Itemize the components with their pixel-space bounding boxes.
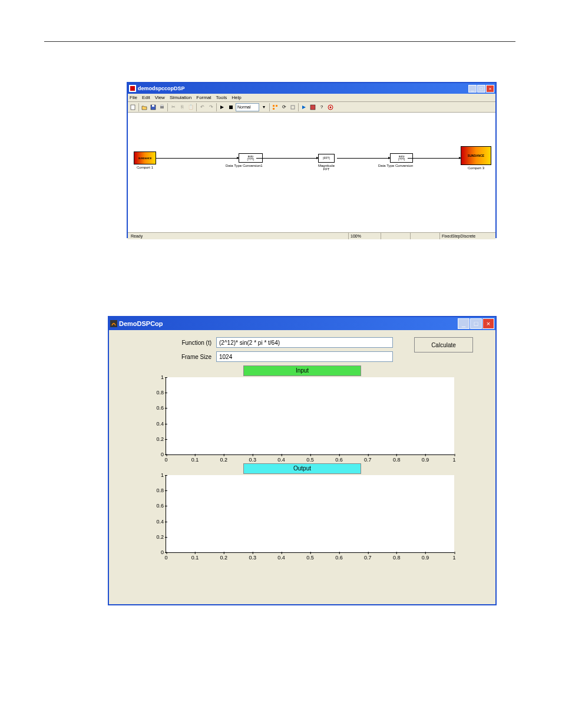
calculate-button[interactable]: Calculate [414, 337, 473, 353]
block-label: FFT [318, 167, 335, 171]
titlebar[interactable]: DemoDSPCop _ □ × [109, 317, 495, 330]
xtick: 0.2 [220, 555, 228, 561]
build-icon[interactable] [289, 103, 297, 111]
new-button[interactable] [129, 103, 137, 111]
svg-rect-11 [291, 106, 295, 109]
open-button[interactable] [140, 103, 148, 111]
print-button[interactable] [158, 103, 166, 111]
minimize-button[interactable]: _ [468, 85, 477, 93]
menu-file[interactable]: File [130, 95, 137, 100]
svg-rect-2 [131, 105, 135, 110]
svg-rect-4 [152, 105, 154, 107]
simulink-window: demodspccopDSP _ □ × File Edit View Simu… [127, 82, 497, 238]
toolbar-separator [167, 103, 168, 111]
xtick: 0.9 [422, 457, 429, 463]
menu-help[interactable]: Help [232, 95, 241, 100]
xtick: 0.1 [191, 457, 199, 463]
dtc1-block[interactable]: auto (???) Data Type Conversion1 [239, 153, 263, 167]
save-button[interactable] [149, 103, 157, 111]
stop-button[interactable] [227, 103, 235, 111]
toolbar-separator [196, 103, 197, 111]
minimize-button[interactable]: _ [458, 318, 470, 329]
block-label: Data Type Conversion1 [226, 164, 263, 167]
ytick: 0 [151, 452, 164, 457]
dtc2-block[interactable]: auto (???) Data Type Conversion [390, 153, 413, 167]
signal-line[interactable] [337, 158, 390, 159]
maximize-button[interactable]: □ [470, 318, 482, 329]
simulation-mode-dropdown[interactable]: Normal [236, 103, 259, 111]
help-icon[interactable]: ? [318, 103, 326, 111]
maximize-button[interactable]: □ [477, 85, 485, 93]
cut-button[interactable]: ✂ [169, 103, 177, 111]
menu-view[interactable]: View [155, 95, 165, 100]
horizontal-rule [44, 41, 515, 42]
app-icon [129, 85, 136, 92]
ytick: 0.6 [151, 503, 164, 509]
output-legend: Output [243, 463, 361, 474]
input-legend: Input [243, 365, 361, 376]
window-content: Function (t) Frame Size Calculate Input … [109, 330, 495, 566]
ytick: 0.2 [151, 436, 164, 442]
run-button[interactable] [218, 103, 226, 111]
close-button[interactable]: × [486, 85, 494, 93]
undo-button[interactable]: ↶ [198, 103, 206, 111]
target-icon[interactable] [326, 103, 335, 111]
titlebar[interactable]: demodspccopDSP _ □ × [128, 83, 495, 94]
comport1-block[interactable]: SUNDANCE Comport 1 [134, 151, 156, 169]
statusbar: Ready 100% FixedStepDiscrete [128, 232, 495, 239]
svg-rect-12 [310, 105, 315, 110]
demodspccop-window: DemoDSPCop _ □ × Function (t) Frame Size… [108, 316, 497, 605]
xtick: 0.8 [393, 457, 401, 463]
svg-rect-1 [130, 86, 135, 91]
xtick: 0.7 [364, 555, 372, 561]
menubar: File Edit View Simulation Format Tools H… [128, 94, 495, 102]
signal-line[interactable] [408, 158, 461, 159]
xtick: 0.6 [335, 555, 343, 561]
xtick: 0.6 [335, 457, 343, 463]
ytick: 1 [151, 374, 164, 380]
xtick: 1 [452, 555, 455, 561]
input-axes[interactable]: 00.20.40.60.8100.10.20.30.40.50.60.70.80… [166, 377, 454, 455]
function-input[interactable] [216, 337, 393, 348]
close-button[interactable]: × [482, 318, 494, 329]
xtick: 1 [452, 457, 455, 463]
menu-edit[interactable]: Edit [142, 95, 150, 100]
comport3-block[interactable]: SUNDANCE Comport 3 [461, 146, 491, 170]
menu-simulation[interactable]: Simulation [170, 95, 191, 100]
paste-button[interactable]: 📋 [187, 103, 195, 111]
framesize-label: Frame Size [122, 354, 216, 360]
svg-rect-10 [273, 108, 275, 110]
menu-tools[interactable]: Tools [216, 95, 227, 100]
ytick: 0.2 [151, 534, 164, 540]
output-axes[interactable]: 00.20.40.60.8100.10.20.30.40.50.60.70.80… [166, 475, 454, 553]
block-label: Comport 3 [461, 166, 491, 170]
xtick: 0.2 [220, 457, 228, 463]
block-box: |FFT| [318, 154, 335, 163]
toolbar: ✂ ⎘ 📋 ↶ ↷ Normal ▾ ⟳ ? [128, 102, 495, 113]
signal-line[interactable] [156, 158, 239, 159]
grid-icon[interactable] [309, 103, 317, 111]
refresh-icon[interactable]: ⟳ [280, 103, 288, 111]
matlab-icon [110, 320, 117, 327]
svg-rect-5 [160, 106, 164, 108]
input-chart: 00.20.40.60.8100.10.20.30.40.50.60.70.80… [150, 377, 454, 455]
status-cell [381, 233, 410, 239]
go-button[interactable] [300, 103, 308, 111]
ytick: 0.6 [151, 405, 164, 411]
status-ready: Ready [128, 233, 146, 239]
copy-button[interactable]: ⎘ [178, 103, 186, 111]
block-label: Data Type Conversion [378, 164, 413, 167]
toolbar-separator [138, 103, 139, 111]
fft-block[interactable]: |FFT| Magnitude FFT [318, 154, 335, 171]
framesize-input[interactable] [216, 351, 393, 362]
toolbar-separator [298, 103, 299, 111]
menu-format[interactable]: Format [196, 95, 211, 100]
dropdown-arrow[interactable]: ▾ [260, 103, 268, 111]
redo-button[interactable]: ↷ [207, 103, 215, 111]
ytick: 0 [151, 549, 164, 555]
ytick: 0.8 [151, 487, 164, 493]
xtick: 0.5 [306, 555, 314, 561]
signal-line[interactable] [256, 158, 318, 159]
tool-icon[interactable] [271, 103, 279, 111]
model-canvas[interactable]: SUNDANCE Comport 1 auto (???) Data Type … [128, 113, 495, 232]
